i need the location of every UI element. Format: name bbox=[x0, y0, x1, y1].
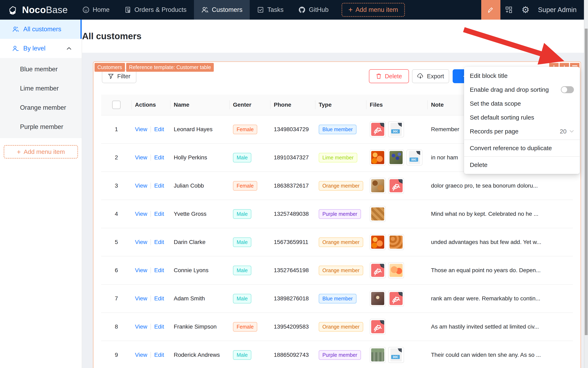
member-type-tag: Blue member bbox=[319, 125, 356, 134]
chevron-down-icon bbox=[570, 130, 574, 133]
view-link[interactable]: View bbox=[135, 183, 147, 189]
sidebar-item-blue-member[interactable]: Blue member bbox=[0, 60, 82, 79]
column-header-gender[interactable]: Genter bbox=[230, 95, 270, 115]
edit-link[interactable]: Edit bbox=[154, 352, 164, 358]
column-header-files[interactable]: Files bbox=[366, 95, 428, 115]
trash-icon bbox=[376, 73, 382, 79]
files-cell bbox=[366, 262, 428, 278]
edit-link[interactable]: Edit bbox=[154, 239, 164, 245]
row-actions: ViewEdit bbox=[132, 183, 170, 189]
files-cell bbox=[366, 319, 428, 335]
edit-link[interactable]: Edit bbox=[154, 183, 164, 189]
nocobase-logo[interactable]: NocoBase bbox=[0, 4, 75, 15]
row-actions: ViewEdit bbox=[132, 154, 170, 161]
view-link[interactable]: View bbox=[135, 352, 147, 358]
image-attachment[interactable] bbox=[370, 291, 386, 306]
menu-item-convert-reference[interactable]: Convert reference to duplicate bbox=[464, 141, 580, 155]
column-header-phone[interactable]: Phone bbox=[270, 95, 315, 115]
pdf-file-icon[interactable] bbox=[388, 291, 404, 306]
doc-file-icon[interactable]: DOC bbox=[388, 347, 404, 363]
pdf-file-icon[interactable] bbox=[370, 262, 386, 278]
plus-icon: + bbox=[17, 148, 21, 155]
sidebar-submenu: Blue member Lime member Orange member Pu… bbox=[0, 58, 82, 138]
gender-cell: Male bbox=[230, 266, 270, 275]
table-row: 6ViewEditConnie LyonsMale13527645198Oran… bbox=[101, 257, 573, 285]
nav-item-tasks[interactable]: Tasks bbox=[250, 0, 291, 20]
menu-item-records-per-page[interactable]: Records per page 20 bbox=[464, 124, 580, 138]
menu-item-delete[interactable]: Delete bbox=[464, 158, 580, 172]
image-attachment[interactable] bbox=[370, 178, 386, 194]
user-menu[interactable]: Super Admin bbox=[534, 6, 588, 14]
files-cell bbox=[366, 234, 428, 250]
sidebar-add-menu-item-label: Add menu item bbox=[24, 148, 65, 155]
view-link[interactable]: View bbox=[135, 323, 147, 330]
drag-sorting-toggle[interactable] bbox=[561, 86, 574, 93]
view-link[interactable]: View bbox=[135, 126, 147, 133]
phone-cell: 18638372617 bbox=[270, 183, 315, 189]
edit-link[interactable]: Edit bbox=[154, 211, 164, 217]
nav-item-customers[interactable]: Customers bbox=[194, 0, 250, 20]
gender-cell: Male bbox=[230, 350, 270, 360]
menu-item-set-sorting-rules[interactable]: Set default sorting rules bbox=[464, 110, 580, 124]
image-attachment[interactable] bbox=[388, 262, 404, 278]
image-attachment[interactable] bbox=[370, 234, 386, 250]
page-scrollbar[interactable] bbox=[584, 0, 588, 368]
delete-button[interactable]: Delete bbox=[369, 69, 409, 83]
nav-add-menu-item-button[interactable]: + Add menu item bbox=[342, 3, 405, 17]
menu-item-edit-block-title[interactable]: Edit block title bbox=[464, 69, 580, 83]
row-actions: ViewEdit bbox=[132, 126, 170, 133]
view-link[interactable]: View bbox=[135, 267, 147, 274]
ui-editor-button[interactable] bbox=[481, 0, 500, 20]
select-all-checkbox[interactable] bbox=[112, 101, 121, 109]
member-type-tag: Blue member bbox=[319, 294, 356, 304]
nav-item-home[interactable]: Home bbox=[75, 0, 117, 20]
sidebar-item-by-level[interactable]: By level bbox=[0, 39, 82, 58]
doc-file-icon[interactable]: DOC bbox=[388, 121, 404, 137]
view-link[interactable]: View bbox=[135, 295, 147, 302]
scrollbar-thumb[interactable] bbox=[585, 29, 588, 335]
edit-link[interactable]: Edit bbox=[154, 154, 164, 161]
sidebar-item-lime-member[interactable]: Lime member bbox=[0, 79, 82, 98]
settings-button[interactable]: ⚙ bbox=[517, 0, 534, 20]
column-header-actions[interactable]: Actions bbox=[132, 95, 170, 115]
edit-link[interactable]: Edit bbox=[154, 323, 164, 330]
doc-file-icon[interactable]: DOC bbox=[407, 150, 422, 166]
main-menu: Home Orders & Products Customers Tasks G… bbox=[75, 0, 336, 20]
pdf-file-icon[interactable] bbox=[370, 319, 386, 335]
gender-tag: Male bbox=[233, 266, 251, 275]
sidebar-item-orange-member[interactable]: Orange member bbox=[0, 98, 82, 117]
gender-tag: Male bbox=[233, 238, 251, 247]
column-header-name[interactable]: Name bbox=[170, 95, 230, 115]
collection-tag: Customers bbox=[95, 63, 125, 72]
image-attachment[interactable] bbox=[370, 347, 386, 363]
pdf-file-icon[interactable] bbox=[370, 121, 386, 137]
edit-link[interactable]: Edit bbox=[154, 267, 164, 274]
nav-item-github[interactable]: GitHub bbox=[291, 0, 336, 20]
view-link[interactable]: View bbox=[135, 211, 147, 217]
blocks-plus-icon bbox=[505, 6, 513, 14]
plugin-manager-button[interactable] bbox=[500, 0, 517, 20]
gender-tag: Male bbox=[233, 153, 251, 162]
image-attachment[interactable] bbox=[388, 234, 404, 250]
name-cell: Holly Perkins bbox=[170, 154, 230, 161]
edit-link[interactable]: Edit bbox=[154, 295, 164, 302]
export-button[interactable]: Export bbox=[412, 69, 449, 83]
pdf-file-icon[interactable] bbox=[388, 178, 404, 194]
sidebar-add-menu-item-button[interactable]: + Add menu item bbox=[4, 145, 78, 158]
view-link[interactable]: View bbox=[135, 239, 147, 245]
sidebar-item-all-customers[interactable]: All customers bbox=[0, 20, 82, 39]
sidebar-item-purple-member[interactable]: Purple member bbox=[0, 117, 82, 137]
member-type-tag: Purple member bbox=[319, 350, 361, 360]
nav-item-orders-products[interactable]: Orders & Products bbox=[117, 0, 194, 20]
view-link[interactable]: View bbox=[135, 154, 147, 161]
menu-item-enable-drag-sorting[interactable]: Enable drag and drop sorting bbox=[464, 83, 580, 97]
edit-link[interactable]: Edit bbox=[154, 126, 164, 133]
block-settings-dropdown: Edit block title Enable drag and drop so… bbox=[464, 67, 580, 174]
row-actions: ViewEdit bbox=[132, 239, 170, 245]
image-attachment[interactable] bbox=[370, 150, 386, 166]
github-icon bbox=[298, 6, 306, 13]
image-attachment[interactable] bbox=[370, 206, 386, 222]
menu-item-set-data-scope[interactable]: Set the data scope bbox=[464, 97, 580, 110]
column-header-type[interactable]: Type bbox=[315, 95, 366, 115]
image-attachment[interactable] bbox=[388, 150, 404, 166]
